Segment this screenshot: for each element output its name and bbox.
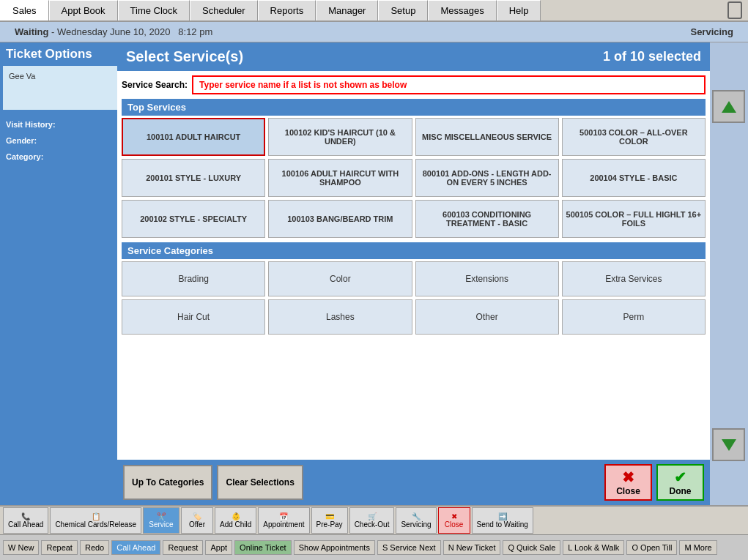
toolbar-appointment[interactable]: 📅 Appointment [258,507,309,534]
visit-history-label: Visit History: [6,120,117,129]
service-btn-2[interactable]: 100102 KID'S HAIRCUT (10 & UNDER) [268,118,412,156]
toolbar-close-label: Close [445,520,464,529]
toolbar-close[interactable]: ✖ Close [438,507,470,534]
service-btn-1[interactable]: 100101 ADULT HAIRCUT [122,118,265,156]
nav-help[interactable]: Help [497,0,541,20]
category-btn-6[interactable]: Lashes [268,299,412,335]
shortcut-appt[interactable]: Appt [205,540,232,555]
service-btn-5[interactable]: 200101 STYLE - LUXURY [122,159,265,197]
shortcut-service-next[interactable]: S Service Next [377,540,441,555]
close-button[interactable]: ✖ Close [604,464,652,501]
left-panel-bg: Ticket Options Gee Va Visit History: Gen… [0,42,123,505]
shortcut-bar: W New Repeat Redo Call Ahead Request App… [0,534,748,560]
pre-pay-label: Pre-Pay [316,520,343,529]
shortcut-redo[interactable]: Redo [80,540,109,555]
servicing-toolbar-label: Servicing [401,520,431,529]
category-btn-5[interactable]: Hair Cut [122,299,265,335]
category-btn-4[interactable]: Extra Services [562,261,706,296]
nav-appt-book[interactable]: Appt Book [49,0,118,20]
toolbar-servicing[interactable]: 🔧 Servicing [396,507,436,534]
arrow-down-icon [722,439,736,451]
arrow-up-icon [722,101,736,113]
service-btn-10[interactable]: 100103 BANG/BEARD TRIM [268,200,412,238]
category-btn-1[interactable]: Brading [122,261,265,296]
send-to-waiting-label: Send to Waiting [477,520,528,529]
categories-header: Service Categories [122,242,706,259]
category-btn-3[interactable]: Extensions [415,261,559,296]
done-button[interactable]: ✔ Done [656,464,704,501]
nav-scheduler[interactable]: Scheduler [190,0,258,20]
toolbar-close-icon: ✖ [451,512,457,520]
pre-pay-icon: 💳 [325,512,334,520]
appointment-label: Appointment [263,520,304,529]
shortcut-show-appointments[interactable]: Show Appointments [294,540,375,555]
toolbar-check-out[interactable]: 🛒 Check-Out [349,507,395,534]
left-fields: Visit History: Gender: Category: [0,116,123,173]
add-child-label: Add Child [220,520,251,529]
dialog-count: 1 of 10 selected [603,49,701,64]
category-label: Category: [6,152,117,161]
shortcut-request[interactable]: Request [163,540,203,555]
nav-reports[interactable]: Reports [258,0,316,20]
visit-history-row: Visit History: [6,120,117,129]
scroll-up-button[interactable] [712,90,745,123]
nav-time-clock[interactable]: Time Clock [118,0,190,20]
shortcut-new-ticket[interactable]: N New Ticket [443,540,501,555]
shortcut-online-ticket[interactable]: Online Ticket [234,540,292,555]
service-btn-11[interactable]: 600103 CONDITIONING TREATMENT - BASIC [415,200,559,238]
toolbar-call-ahead[interactable]: 📞 Call Ahead [3,507,48,534]
shortcut-more[interactable]: M More [679,540,716,555]
service-btn-7[interactable]: 800101 ADD-ONS - LENGTH ADD-ON EVERY 5 I… [415,159,559,197]
offer-label: Offer [189,520,205,529]
nav-messages[interactable]: Messages [428,0,496,20]
check-out-icon: 🛒 [368,512,377,520]
category-btn-8[interactable]: Perm [562,299,706,335]
nav-manager[interactable]: Manager [316,0,378,20]
toolbar-send-to-waiting[interactable]: ➡️ Send to Waiting [472,507,533,534]
gender-row: Gender: [6,136,117,145]
close-icon: ✖ [622,468,634,486]
offer-icon: 🏷️ [193,512,201,520]
customer-name: Gee Va [9,72,114,81]
service-btn-8[interactable]: 200104 STYLE - BASIC [562,159,706,197]
nav-setup[interactable]: Setup [378,0,428,20]
search-hint: Typer service name if a list is not show… [192,75,706,94]
dialog-footer-left: Up To Categories Clear Selections [123,465,303,500]
shortcut-quick-sale[interactable]: Q Quick Sale [503,540,560,555]
services-grid: 100101 ADULT HAIRCUT 100102 KID'S HAIRCU… [122,118,706,238]
scroll-down-button[interactable] [712,428,745,461]
search-row: Service Search: Typer service name if a … [122,75,706,94]
call-ahead-label: Call Ahead [8,520,43,529]
shortcut-look-walk[interactable]: L Look & Walk [563,540,624,555]
up-to-categories-button[interactable]: Up To Categories [123,465,212,500]
dialog-header: Select Service(s) 1 of 10 selected [117,42,710,71]
shortcut-repeat[interactable]: Repeat [41,540,77,555]
service-btn-4[interactable]: 500103 COLOR – ALL-OVER COLOR [562,118,706,156]
close-label: Close [616,486,640,496]
shortcut-call-ahead[interactable]: Call Ahead [111,540,160,555]
service-label: Service [149,520,173,529]
service-btn-12[interactable]: 500105 COLOR – FULL HIGHLT 16+ FOILS [562,200,706,238]
status-date: - Wednesday June 10, 2020 [51,26,170,37]
service-btn-9[interactable]: 200102 STYLE - SPECIALTY [122,200,265,238]
done-icon: ✔ [674,468,686,486]
toolbar-service[interactable]: ✂️ Service [143,507,179,534]
service-btn-3[interactable]: MISC MISCELLANEOUS SERVICE [415,118,559,156]
category-btn-7[interactable]: Other [415,299,559,335]
toolbar-pre-pay[interactable]: 💳 Pre-Pay [311,507,348,534]
appointment-icon: 📅 [279,512,288,520]
call-ahead-icon: 📞 [21,512,30,520]
category-btn-2[interactable]: Color [268,261,412,296]
clear-selections-button[interactable]: Clear Selections [217,465,303,500]
ticket-options-content: Gee Va [3,66,120,110]
shortcut-open-till[interactable]: O Open Till [626,540,677,555]
nav-sales[interactable]: Sales [0,0,49,20]
service-btn-6[interactable]: 100106 ADULT HAIRCUT WITH SHAMPOO [268,159,412,197]
check-out-label: Check-Out [355,520,390,529]
shortcut-new[interactable]: W New [3,540,39,555]
toolbar-offer[interactable]: 🏷️ Offer [181,507,213,534]
category-row: Category: [6,152,117,161]
done-label: Done [670,486,692,496]
toolbar-add-child[interactable]: 👶 Add Child [215,507,256,534]
toolbar-chemical-cards[interactable]: 📋 Chemical Cards/Release [50,507,141,534]
